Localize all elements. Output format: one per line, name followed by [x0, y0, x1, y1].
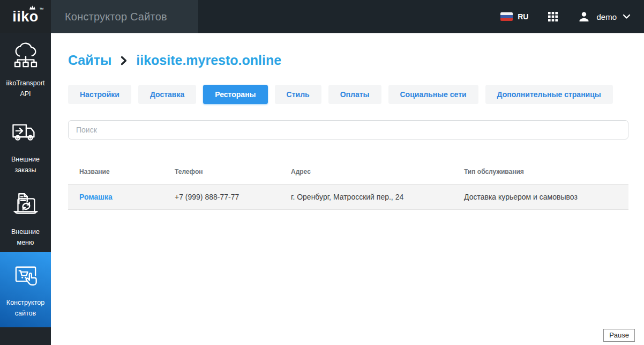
sidebar-item-label: Внешние меню: [2, 226, 49, 248]
apps-grid-button[interactable]: [548, 11, 558, 22]
sidebar-item-site-builder[interactable]: Конструктор сайтов: [0, 252, 51, 327]
column-header-phone: Телефон: [163, 168, 280, 175]
tab-social-networks[interactable]: Социальные сети: [388, 85, 478, 104]
crown-icon: [29, 5, 35, 10]
topbar-right: RU demo: [500, 0, 644, 33]
pause-button[interactable]: Pause: [603, 329, 635, 342]
table-header-row: Название Телефон Адрес Тип обслуживания: [68, 159, 628, 184]
iiko-logo[interactable]: iiko ™: [0, 0, 51, 33]
tab-settings[interactable]: Настройки: [68, 85, 131, 104]
russian-flag-icon: [500, 12, 513, 21]
breadcrumb: Сайты iikosite.myresto.online: [68, 53, 628, 68]
breadcrumb-sites-link[interactable]: Сайты: [68, 53, 111, 68]
search-input[interactable]: [68, 120, 628, 140]
column-header-name: Название: [68, 168, 163, 175]
topbar: iiko ™ Конструктор Сайтов RU: [0, 0, 644, 33]
sidebar-item-label: iikoTransport API: [2, 78, 49, 99]
restaurant-service-type: Доставка курьером и самовывоз: [453, 193, 628, 201]
topbar-spacer: [198, 0, 500, 33]
sidebar-item-external-orders[interactable]: Внешние заказы: [0, 107, 51, 185]
column-header-address: Адрес: [280, 168, 453, 175]
main-content: Сайты iikosite.myresto.online Настройки …: [51, 33, 644, 345]
table-row[interactable]: Ромашка +7 (999) 888-77-77 г. Оренбург, …: [68, 184, 628, 210]
restaurants-table: Название Телефон Адрес Тип обслуживания …: [68, 159, 628, 210]
apps-grid-icon: [548, 11, 558, 22]
breadcrumb-current-site: iikosite.myresto.online: [136, 53, 281, 68]
chevron-down-icon: [623, 14, 631, 19]
user-menu[interactable]: demo: [578, 10, 631, 23]
sidebar-item-external-menus[interactable]: Внешние меню: [0, 185, 51, 252]
app-title: Конструктор Сайтов: [65, 11, 167, 23]
app-title-block: Конструктор Сайтов: [51, 0, 198, 33]
layout: iikoTransport API Внешние заказы: [0, 33, 644, 345]
language-code: RU: [518, 12, 528, 21]
column-header-service-type: Тип обслуживания: [453, 168, 628, 175]
tab-bar: Настройки Доставка Рестораны Стиль Оплат…: [68, 85, 628, 104]
tab-additional-pages[interactable]: Дополнительные страницы: [485, 85, 613, 104]
cloud-network-icon: [10, 41, 41, 72]
sidebar-item-label: Конструктор сайтов: [2, 297, 49, 319]
restaurant-address: г. Оренбург, Матросский пер., 24: [280, 193, 453, 201]
menu-sync-icon: [10, 190, 41, 221]
tab-style[interactable]: Стиль: [275, 85, 321, 104]
sidebar-item-label: Внешние заказы: [2, 154, 49, 175]
breadcrumb-separator-icon: [121, 55, 127, 66]
tab-payments[interactable]: Оплаты: [328, 85, 381, 104]
language-switcher[interactable]: RU: [500, 12, 528, 21]
tab-delivery[interactable]: Доставка: [138, 85, 196, 104]
delivery-truck-icon: [10, 118, 41, 149]
search-bar: [68, 120, 628, 140]
trademark-symbol: ™: [39, 8, 44, 12]
iiko-logo-text: iiko ™: [12, 10, 39, 24]
user-name: demo: [596, 12, 617, 21]
sidebar-item-iikotransport-api[interactable]: iikoTransport API: [0, 33, 51, 107]
tab-restaurants[interactable]: Рестораны: [203, 85, 267, 104]
sidebar: iikoTransport API Внешние заказы: [0, 33, 51, 345]
user-icon: [578, 10, 590, 23]
restaurant-name-link[interactable]: Ромашка: [68, 193, 163, 201]
site-builder-icon: [10, 261, 41, 292]
restaurant-phone: +7 (999) 888-77-77: [163, 193, 280, 201]
